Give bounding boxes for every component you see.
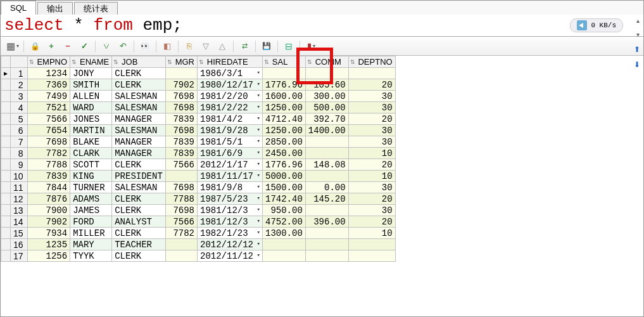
column-header-ename[interactable]: ⇅ ENAME bbox=[70, 56, 112, 68]
results-grid[interactable]: ⇅ EMPNO⇅ ENAME⇅ JOB⇅ MGR⇅ HIREDATE⇅ SAL⇅… bbox=[1, 56, 643, 316]
cell-job[interactable]: CLERK bbox=[112, 205, 166, 216]
cell-hiredate[interactable]: 2012/12/12 bbox=[198, 239, 263, 250]
table-row[interactable]: 57566JONESMANAGER78391981/4/24712.40392.… bbox=[1, 113, 396, 125]
cell-deptno[interactable]: 10 bbox=[348, 171, 395, 182]
cell-mgr[interactable] bbox=[165, 239, 197, 250]
cell-ename[interactable]: SMITH bbox=[70, 79, 112, 91]
cell-deptno[interactable]: 30 bbox=[348, 136, 395, 148]
cell-deptno[interactable]: 10 bbox=[348, 148, 395, 159]
table-row[interactable]: 161235MARYTEACHER2012/12/12 bbox=[1, 239, 396, 250]
cell-comm[interactable]: 500.00 bbox=[305, 102, 348, 113]
cell-empno[interactable]: 7698 bbox=[27, 136, 70, 148]
cell-comm[interactable]: 105.60 bbox=[305, 79, 348, 91]
cell-sal[interactable]: 1500.00 bbox=[263, 182, 306, 193]
tab-统计表[interactable]: 统计表 bbox=[74, 2, 118, 15]
cell-comm[interactable] bbox=[305, 171, 348, 182]
grid-view-button[interactable] bbox=[6, 40, 20, 53]
cell-comm[interactable]: 396.00 bbox=[305, 216, 348, 228]
cell-mgr[interactable]: 7839 bbox=[165, 136, 197, 148]
link-button[interactable] bbox=[237, 40, 251, 53]
cell-ename[interactable]: BLAKE bbox=[70, 136, 112, 148]
table-row[interactable]: 107839KINGPRESIDENT1981/11/175000.0010 bbox=[1, 171, 396, 182]
table-row[interactable]: 37499ALLENSALESMAN76981981/2/201600.0030… bbox=[1, 91, 396, 102]
cell-hiredate[interactable]: 2012/1/17 bbox=[198, 159, 263, 171]
cell-job[interactable]: SALESMAN bbox=[112, 91, 166, 102]
column-header-sal[interactable]: ⇅ SAL bbox=[263, 56, 306, 68]
cell-job[interactable]: CLERK bbox=[112, 250, 166, 262]
cell-comm[interactable]: 145.20 bbox=[305, 193, 348, 205]
cell-mgr[interactable]: 7698 bbox=[165, 102, 197, 113]
cell-deptno[interactable]: 30 bbox=[348, 91, 395, 102]
cell-comm[interactable]: 148.08 bbox=[305, 159, 348, 171]
delete-row-button[interactable] bbox=[61, 40, 75, 53]
cell-empno[interactable]: 7782 bbox=[27, 148, 70, 159]
cell-hiredate[interactable]: 1981/2/22 bbox=[198, 102, 263, 113]
cell-sal[interactable]: 1300.00 bbox=[263, 228, 306, 239]
cell-comm[interactable] bbox=[305, 205, 348, 216]
table-row[interactable]: 171256TYYKCLERK2012/11/12 bbox=[1, 250, 396, 262]
cell-mgr[interactable] bbox=[165, 171, 197, 182]
cell-empno[interactable]: 7566 bbox=[27, 113, 70, 125]
cell-hiredate[interactable]: 1980/12/17 bbox=[198, 79, 263, 91]
cell-deptno[interactable]: 30 bbox=[348, 182, 395, 193]
cell-empno[interactable]: 1235 bbox=[27, 239, 70, 250]
table-row[interactable]: 97788SCOTTCLERK75662012/1/171776.96148.0… bbox=[1, 159, 396, 171]
table-row[interactable]: 137900JAMESCLERK76981981/12/3950.0030 bbox=[1, 205, 396, 216]
cell-job[interactable]: SALESMAN bbox=[112, 125, 166, 136]
cell-mgr[interactable]: 7782 bbox=[165, 228, 197, 239]
fetch-prev-button[interactable] bbox=[215, 40, 229, 53]
cell-mgr[interactable] bbox=[165, 250, 197, 262]
cell-ename[interactable]: MARTIN bbox=[70, 125, 112, 136]
cell-sal[interactable]: 5000.00 bbox=[263, 171, 306, 182]
cell-job[interactable]: ANALYST bbox=[112, 216, 166, 228]
cell-hiredate[interactable]: 1981/4/2 bbox=[198, 113, 263, 125]
cell-empno[interactable]: 7499 bbox=[27, 91, 70, 102]
cell-mgr[interactable]: 7698 bbox=[165, 182, 197, 193]
cell-hiredate[interactable]: 1981/9/8 bbox=[198, 182, 263, 193]
add-row-button[interactable] bbox=[44, 40, 58, 53]
column-layout-button[interactable] bbox=[282, 40, 296, 53]
clear-button[interactable] bbox=[160, 40, 174, 53]
cell-job[interactable]: CLERK bbox=[112, 68, 166, 79]
sql-scrollbar[interactable]: ▴ ▾ ⬆ ⬇ bbox=[634, 17, 641, 69]
cell-mgr[interactable]: 7698 bbox=[165, 205, 197, 216]
cell-empno[interactable]: 7654 bbox=[27, 125, 70, 136]
fetch-next-button[interactable] bbox=[199, 40, 213, 53]
cell-comm[interactable] bbox=[305, 228, 348, 239]
rollback-button[interactable] bbox=[116, 40, 130, 53]
cell-empno[interactable]: 7521 bbox=[27, 102, 70, 113]
cell-ename[interactable]: JONES bbox=[70, 113, 112, 125]
table-row[interactable]: 47521WARDSALESMAN76981981/2/221250.00500… bbox=[1, 102, 396, 113]
cell-deptno[interactable]: 20 bbox=[348, 159, 395, 171]
cell-comm[interactable]: 392.70 bbox=[305, 113, 348, 125]
export-button[interactable] bbox=[260, 40, 274, 53]
cell-sal[interactable]: 1250.00 bbox=[263, 102, 306, 113]
cell-ename[interactable]: JONY bbox=[70, 68, 112, 79]
column-header-empno[interactable]: ⇅ EMPNO bbox=[27, 56, 70, 68]
cell-ename[interactable]: ADAMS bbox=[70, 193, 112, 205]
cell-empno[interactable]: 1234 bbox=[27, 68, 70, 79]
cell-sal[interactable]: 1250.00 bbox=[263, 125, 306, 136]
table-row[interactable]: 127876ADAMSCLERK77881987/5/231742.40145.… bbox=[1, 193, 396, 205]
expand-up-icon[interactable]: ⬆ bbox=[634, 45, 641, 54]
chart-button[interactable] bbox=[304, 40, 318, 53]
cell-hiredate[interactable]: 1981/12/3 bbox=[198, 216, 263, 228]
cell-hiredate[interactable]: 1981/12/3 bbox=[198, 205, 263, 216]
cell-mgr[interactable]: 7839 bbox=[165, 148, 197, 159]
cell-hiredate[interactable]: 1982/1/23 bbox=[198, 228, 263, 239]
column-header-deptno[interactable]: ⇅ DEPTNO bbox=[348, 56, 395, 68]
table-row[interactable]: 117844TURNERSALESMAN76981981/9/81500.000… bbox=[1, 182, 396, 193]
cell-job[interactable]: MANAGER bbox=[112, 148, 166, 159]
cell-deptno[interactable] bbox=[348, 239, 395, 250]
cell-comm[interactable] bbox=[305, 68, 348, 79]
table-row[interactable]: 147902FORDANALYST75661981/12/34752.00396… bbox=[1, 216, 396, 228]
cell-sal[interactable]: 2850.00 bbox=[263, 136, 306, 148]
table-row[interactable]: 27369SMITHCLERK79021980/12/171776.96105.… bbox=[1, 79, 396, 91]
cell-ename[interactable]: SCOTT bbox=[70, 159, 112, 171]
cell-comm[interactable]: 300.00 bbox=[305, 91, 348, 102]
cell-deptno[interactable] bbox=[348, 68, 395, 79]
cell-ename[interactable]: JAMES bbox=[70, 205, 112, 216]
cell-empno[interactable]: 1256 bbox=[27, 250, 70, 262]
cell-ename[interactable]: MILLER bbox=[70, 228, 112, 239]
cell-mgr[interactable] bbox=[165, 68, 197, 79]
